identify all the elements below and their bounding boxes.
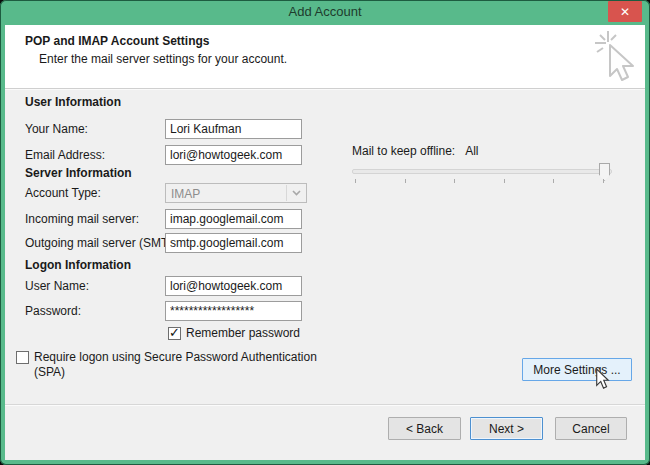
section-user-information: User Information — [25, 95, 121, 109]
account-type-label: Account Type: — [25, 183, 101, 203]
slider-tick — [553, 179, 554, 183]
checkbox-box[interactable] — [16, 351, 29, 364]
incoming-server-input[interactable] — [165, 209, 302, 229]
footer-divider — [5, 404, 645, 405]
email-address-input[interactable] — [165, 145, 302, 165]
back-button[interactable]: < Back — [388, 417, 461, 440]
chevron-down-icon — [292, 190, 301, 196]
mouse-cursor-icon — [595, 368, 610, 390]
mail-to-keep-offline-label: Mail to keep offline:All — [352, 144, 479, 158]
user-name-label: User Name: — [25, 276, 89, 296]
close-icon: ✕ — [620, 5, 630, 19]
mail-offline-slider[interactable] — [352, 163, 612, 185]
mail-to-keep-offline-value: All — [465, 144, 478, 158]
dialog-content: POP and IMAP Account Settings Enter the … — [5, 25, 645, 460]
password-label: Password: — [25, 301, 81, 321]
slider-tick — [355, 179, 356, 183]
account-type-value: IMAP — [171, 187, 200, 201]
account-type-dropdown[interactable]: IMAP — [165, 183, 307, 203]
slider-tick — [405, 179, 406, 183]
add-account-dialog: Add Account ✕ POP and IMAP Account Setti… — [0, 0, 650, 465]
checkbox-box[interactable] — [168, 327, 181, 340]
slider-tick — [603, 179, 604, 183]
close-button[interactable]: ✕ — [608, 1, 642, 22]
user-name-input[interactable] — [165, 276, 302, 296]
require-spa-checkbox[interactable]: Require logon using Secure Password Auth… — [16, 350, 346, 380]
your-name-label: Your Name: — [25, 119, 88, 139]
page-subtitle: Enter the mail server settings for your … — [39, 52, 287, 66]
password-input[interactable] — [165, 301, 302, 321]
slider-tick — [504, 179, 505, 183]
remember-password-label: Remember password — [186, 326, 300, 341]
window-title: Add Account — [0, 4, 650, 19]
wizard-sparkle-cursor-icon — [592, 29, 638, 83]
titlebar[interactable]: Add Account ✕ — [0, 0, 650, 25]
next-button[interactable]: Next > — [470, 417, 543, 440]
page-title: POP and IMAP Account Settings — [25, 34, 209, 48]
cancel-button[interactable]: Cancel — [555, 417, 627, 440]
section-logon-information: Logon Information — [25, 258, 131, 272]
remember-password-checkbox[interactable]: Remember password — [168, 326, 300, 341]
more-settings-button[interactable]: More Settings ... — [522, 358, 632, 381]
incoming-server-label: Incoming mail server: — [25, 209, 139, 229]
outgoing-server-input[interactable] — [165, 233, 302, 253]
slider-tick — [454, 179, 455, 183]
slider-track — [352, 169, 612, 174]
email-address-label: Email Address: — [25, 145, 105, 165]
outgoing-server-label: Outgoing mail server (SMTP): — [25, 233, 184, 253]
require-spa-label: Require logon using Secure Password Auth… — [34, 350, 317, 380]
slider-thumb[interactable] — [599, 163, 610, 181]
your-name-input[interactable] — [165, 119, 302, 139]
wizard-header: POP and IMAP Account Settings Enter the … — [5, 25, 645, 89]
section-server-information: Server Information — [25, 166, 132, 180]
